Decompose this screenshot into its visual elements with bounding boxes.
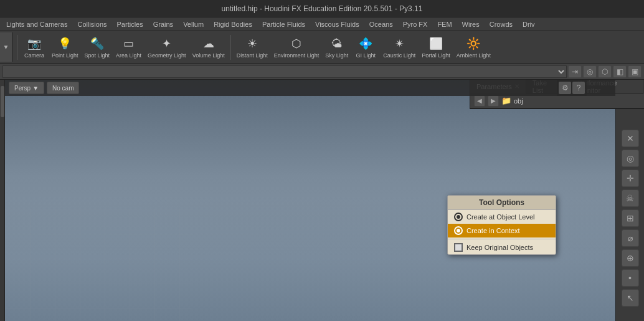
rp-btn-plus[interactable]: ✛	[622, 170, 639, 187]
toolbar-item-sky-light[interactable]: 🌤Sky Light	[323, 33, 351, 62]
toolbar-item-ambient-light[interactable]: 🔆Ambient Light	[454, 33, 493, 62]
left-panel	[0, 80, 5, 321]
path-back-button[interactable]: ◀	[474, 95, 485, 107]
svg-rect-0	[5, 209, 192, 321]
menu-tab-crowds[interactable]: Crowds	[485, 17, 518, 31]
vp-help-icon[interactable]: ?	[572, 82, 585, 94]
toolbar-item-caustic-light[interactable]: ✴Caustic Light	[381, 33, 418, 62]
keep-original-row[interactable]: Keep Original Objects	[448, 241, 556, 254]
menu-tab-wires[interactable]: Wires	[457, 17, 485, 31]
menu-tab-particle-fluids[interactable]: Particle Fluids	[257, 17, 310, 31]
viewport-top-bar: Persp ▼ No cam	[5, 80, 615, 96]
create-in-context-radio	[454, 226, 463, 235]
camera-text: No cam	[52, 85, 73, 92]
secondary-toolbar: ⇥ ◎ ⬡ ◧ ▣	[0, 64, 644, 80]
point-light-icon: 💡	[56, 35, 73, 52]
environment-light-icon: ⬡	[288, 35, 305, 52]
path-text: obj	[514, 97, 523, 105]
toolbar-item-volume-light[interactable]: ☁Volume Light	[190, 33, 227, 62]
menu-tab-collisions[interactable]: Collisions	[72, 17, 111, 31]
rp-btn-grid[interactable]: ⊞	[622, 209, 639, 227]
viewport[interactable]: Persp ▼ No cam ⚙ ? Tool Options Create a…	[5, 80, 615, 321]
create-object-level-option[interactable]: Create at Object Level	[448, 210, 556, 224]
create-in-context-option[interactable]: Create in Context	[448, 224, 556, 237]
toolbar-item-geometry-light[interactable]: ✦Geometry Light	[145, 33, 189, 62]
sq-icon-btn[interactable]: ▣	[628, 65, 642, 78]
menu-tab-oceans[interactable]: Oceans	[364, 17, 398, 31]
menu-tab-viscous-fluids[interactable]: Viscous Fluids	[310, 17, 364, 31]
rp-btn-tool2[interactable]: ⌀	[622, 229, 639, 247]
portal-light-icon: ⬜	[427, 35, 445, 52]
title-text: untitled.hip - Houdini FX Education Edit…	[222, 4, 423, 13]
toolbar-item-camera[interactable]: 📷Camera	[21, 33, 48, 62]
persp-arrow: ▼	[32, 85, 39, 92]
target-icon-btn[interactable]: ◎	[583, 65, 597, 78]
toolbar-item-distant-light[interactable]: ☀Distant Light	[234, 33, 270, 62]
path-folder-icon: 📁	[501, 96, 511, 105]
sky-light-icon: 🌤	[328, 35, 346, 52]
toolbar-content: 📷Camera💡Point Light🔦Spot Light▭Area Ligh…	[12, 32, 496, 62]
persp-label: Persp	[14, 85, 31, 92]
distant-light-icon: ☀	[244, 35, 261, 52]
vp-settings-icon[interactable]: ⚙	[559, 82, 571, 94]
camera-label: Camera	[24, 53, 44, 59]
sky-light-label: Sky Light	[325, 53, 348, 59]
ambient-light-icon: 🔆	[465, 35, 482, 52]
volume-light-icon: ☁	[200, 35, 217, 52]
secondary-dropdown[interactable]	[2, 65, 567, 78]
menu-tabs-bar: Lights and CamerasCollisionsParticlesGra…	[0, 17, 644, 31]
rp-btn-select[interactable]: ✕	[622, 130, 639, 147]
rp-btn-tool3[interactable]: ⊕	[622, 249, 639, 267]
toolbar-item-spot-light[interactable]: 🔦Spot Light	[82, 33, 113, 62]
toolbar-item-gi-light[interactable]: 💠GI Light	[352, 33, 379, 62]
gi-light-label: GI Light	[356, 53, 376, 59]
caustic-light-icon: ✴	[391, 35, 408, 52]
portal-light-label: Portal Light	[422, 53, 450, 59]
toolbar-item-portal-light[interactable]: ⬜Portal Light	[419, 33, 453, 62]
menu-tab-particles[interactable]: Particles	[112, 17, 148, 31]
toolbar-item-point-light[interactable]: 💡Point Light	[49, 33, 81, 62]
toolbar-item-area-light[interactable]: ▭Area Light	[113, 33, 144, 62]
keep-original-checkbox[interactable]	[454, 243, 463, 252]
title-bar: untitled.hip - Houdini FX Education Edit…	[0, 0, 644, 17]
rp-btn-arrow[interactable]: ↖	[622, 289, 639, 307]
spot-light-icon: 🔦	[88, 35, 106, 52]
menu-tab-driv[interactable]: Driv	[518, 17, 540, 31]
camera-button[interactable]: No cam	[47, 82, 79, 94]
keep-original-label: Keep Original Objects	[466, 244, 533, 251]
main-area: Persp ▼ No cam ⚙ ? Tool Options Create a…	[0, 80, 644, 321]
caustic-light-label: Caustic Light	[383, 53, 415, 59]
rp-btn-dot[interactable]: •	[622, 269, 639, 287]
camera-icon: 📷	[26, 35, 43, 52]
menu-tab-rigid-bodies[interactable]: Rigid Bodies	[209, 17, 257, 31]
right-icon-buttons: ✕ ◎ ✛ ☠ ⊞ ⌀ ⊕ • ↖	[619, 127, 642, 309]
toolbar-dropdown-button[interactable]: ▼	[0, 32, 12, 62]
create-in-context-label: Create in Context	[466, 227, 520, 234]
create-object-level-radio	[454, 213, 463, 221]
cam-icon-btn[interactable]: ◧	[613, 65, 627, 78]
viewport-top-right: ⚙ ?	[557, 80, 587, 96]
toolbar-item-environment-light[interactable]: ⬡Environment Light	[272, 33, 322, 62]
menu-tab-fem[interactable]: FEM	[432, 17, 457, 31]
distant-light-label: Distant Light	[237, 53, 268, 59]
geometry-light-icon: ✦	[158, 35, 176, 52]
create-object-level-label: Create at Object Level	[466, 213, 534, 221]
toolbar-area: ▼ 📷Camera💡Point Light🔦Spot Light▭Area Li…	[0, 31, 644, 64]
toolbar-separator-6	[230, 35, 231, 60]
geometry-light-label: Geometry Light	[148, 53, 186, 59]
menu-tab-grains[interactable]: Grains	[148, 17, 178, 31]
rp-btn-skull[interactable]: ☠	[622, 189, 639, 207]
spot-light-label: Spot Light	[85, 53, 110, 59]
menu-tab-pyro-fx[interactable]: Pyro FX	[398, 17, 433, 31]
persp-button[interactable]: Persp ▼	[9, 82, 44, 94]
menu-tab-lights-and-cameras[interactable]: Lights and Cameras	[1, 17, 72, 31]
rp-btn-circle[interactable]: ◎	[622, 150, 639, 167]
grid-overlay	[5, 209, 192, 321]
cube-icon-btn[interactable]: ⬡	[598, 65, 612, 78]
left-handle	[1, 86, 4, 117]
nav-icon-btn[interactable]: ⇥	[568, 65, 582, 78]
menu-tab-vellum[interactable]: Vellum	[178, 17, 209, 31]
tool-options-divider	[448, 239, 556, 239]
environment-light-label: Environment Light	[274, 53, 320, 59]
path-forward-button[interactable]: ▶	[488, 95, 499, 107]
